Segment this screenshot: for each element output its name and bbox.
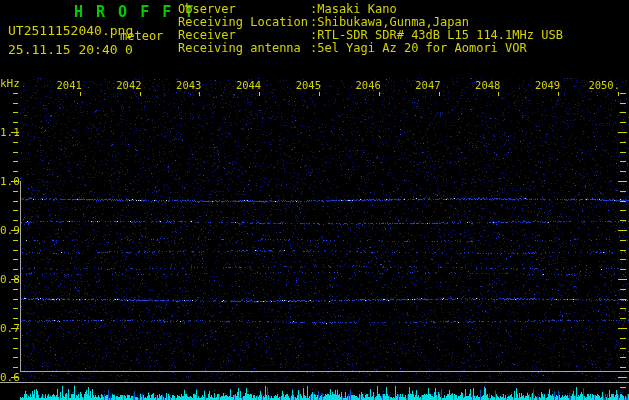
y-tick-label: 0.8 xyxy=(0,273,20,286)
x-tick-label: 2043 xyxy=(153,79,201,92)
station-info-row: Receiving antenna:5el Yagi Az 20 for Aom… xyxy=(178,42,628,55)
spectrogram-canvas xyxy=(0,0,629,400)
observation-datetime: 25.11.15 20:40 xyxy=(8,42,118,57)
hrofft-screen: H R O F F T UT2511152040.png meteor 25.1… xyxy=(0,0,629,400)
info-value: :5el Yagi Az 20 for Aomori VOR xyxy=(310,42,527,55)
x-tick-label: 2042 xyxy=(94,79,142,92)
x-tick-label: 2050. xyxy=(572,79,620,92)
x-tick-label: 2041 xyxy=(34,79,82,92)
y-tick-label: 0.7 xyxy=(0,322,20,335)
y-tick-label: 0.6 xyxy=(0,371,20,384)
station-info: Observer:Masaki KanoReceiving Location:S… xyxy=(178,3,628,57)
khz-unit-label: kHz xyxy=(0,77,20,90)
mode-label: meteor xyxy=(120,29,163,43)
y-tick-label: 0.9 xyxy=(0,224,20,237)
x-tick-label: 2045 xyxy=(273,79,321,92)
info-label: Receiving antenna xyxy=(178,42,310,55)
x-tick-label: 2046 xyxy=(333,79,381,92)
output-filename: UT2511152040.png xyxy=(8,23,133,38)
meteor-count: 0 xyxy=(125,42,133,57)
y-tick-label: 1.1 xyxy=(0,126,20,139)
x-tick-label: 2047 xyxy=(393,79,441,92)
x-tick-label: 2044 xyxy=(213,79,261,92)
x-tick-label: 2049 xyxy=(512,79,560,92)
x-tick-label: 2048 xyxy=(452,79,500,92)
y-tick-label: 1.0 xyxy=(0,175,20,188)
